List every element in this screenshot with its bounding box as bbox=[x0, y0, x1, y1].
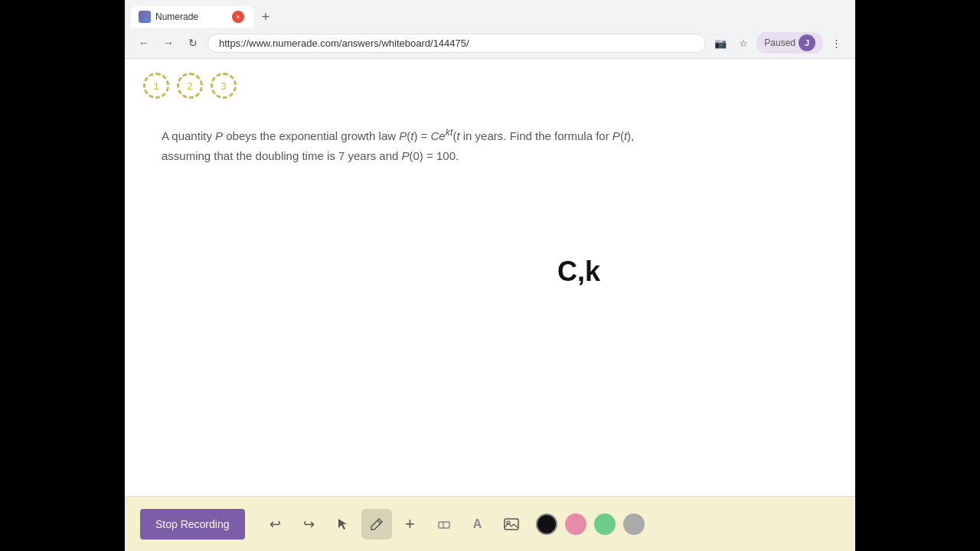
browser-window: Numerade × + ← → ↻ https://www.numerade.… bbox=[125, 0, 855, 551]
url-text: https://www.numerade.com/answers/whitebo… bbox=[219, 37, 694, 49]
image-tool-button[interactable] bbox=[496, 509, 527, 540]
step-3[interactable]: 3 bbox=[211, 73, 237, 99]
step-1[interactable]: 1 bbox=[143, 73, 169, 99]
eraser-button[interactable] bbox=[429, 509, 459, 540]
back-button[interactable]: ← bbox=[134, 33, 154, 53]
handwritten-annotation: C,k bbox=[557, 256, 600, 288]
undo-button[interactable]: ↩ bbox=[260, 509, 291, 540]
tab-title: Numerade bbox=[155, 11, 227, 22]
tab-close-button[interactable]: × bbox=[232, 11, 244, 23]
browser-chrome: Numerade × + ← → ↻ https://www.numerade.… bbox=[125, 0, 855, 59]
svg-rect-0 bbox=[439, 522, 449, 528]
forward-button[interactable]: → bbox=[158, 33, 178, 53]
color-black[interactable] bbox=[536, 514, 557, 535]
problem-line1: A quantity P obeys the exponential growt… bbox=[162, 129, 634, 142]
page-content: 1 2 3 A quantity P obeys the exponential… bbox=[125, 59, 855, 551]
redo-button[interactable]: ↪ bbox=[294, 509, 325, 540]
tab-favicon bbox=[139, 11, 151, 23]
step-indicators: 1 2 3 bbox=[125, 59, 855, 106]
stop-recording-button[interactable]: Stop Recording bbox=[140, 509, 245, 540]
add-button[interactable]: + bbox=[395, 509, 426, 540]
user-avatar: J bbox=[799, 34, 815, 51]
address-bar[interactable]: https://www.numerade.com/answers/whitebo… bbox=[207, 34, 706, 53]
step-2[interactable]: 2 bbox=[177, 73, 203, 99]
color-green[interactable] bbox=[594, 514, 616, 535]
color-pink[interactable] bbox=[565, 514, 586, 535]
browser-tab[interactable]: Numerade × bbox=[131, 6, 253, 28]
nav-actions: 📷 ☆ Paused J ⋮ bbox=[710, 32, 846, 54]
problem-line2: assuming that the doubling time is 7 yea… bbox=[162, 149, 459, 162]
paused-indicator: Paused J bbox=[756, 32, 823, 54]
more-button[interactable]: ⋮ bbox=[826, 33, 846, 53]
new-tab-button[interactable]: + bbox=[255, 6, 276, 28]
nav-bar: ← → ↻ https://www.numerade.com/answers/w… bbox=[125, 28, 855, 58]
refresh-button[interactable]: ↻ bbox=[183, 33, 203, 53]
tab-bar: Numerade × + bbox=[125, 0, 855, 28]
bookmark-button[interactable]: ☆ bbox=[733, 33, 753, 53]
text-tool-button[interactable]: A bbox=[462, 509, 493, 540]
pen-tool-button[interactable] bbox=[361, 509, 392, 540]
paused-label: Paused bbox=[764, 37, 795, 48]
camera-button[interactable]: 📷 bbox=[710, 33, 730, 53]
color-gray[interactable] bbox=[623, 514, 645, 535]
math-content: A quantity P obeys the exponential growt… bbox=[125, 106, 855, 184]
svg-rect-2 bbox=[505, 519, 518, 530]
select-tool-button[interactable] bbox=[328, 509, 358, 540]
bottom-toolbar: Stop Recording ↩ ↪ + bbox=[125, 496, 855, 551]
problem-text: A quantity P obeys the exponential growt… bbox=[162, 125, 774, 165]
